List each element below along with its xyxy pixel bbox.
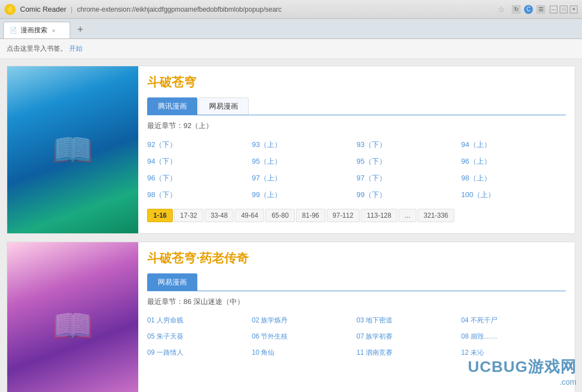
toolbar-text: 点击这里导入书签。 (7, 44, 67, 53)
comic-cover-1: 📖 (7, 66, 138, 233)
chapter-item[interactable]: 98（下） (147, 188, 252, 202)
page-btn-2[interactable]: 17-32 (174, 209, 203, 222)
tab-manga-search[interactable]: 📄 漫画搜索 × (3, 22, 70, 38)
named-chapter-item[interactable]: 09 一路情人 (147, 346, 252, 360)
minimize-button[interactable]: — (550, 6, 557, 13)
toolbar-start-link[interactable]: 开始 (69, 44, 83, 53)
new-tab-button[interactable]: + (72, 22, 88, 37)
latest-chapter-2: 最近章节：86 深山迷途（中） (147, 297, 566, 307)
named-chapter-item[interactable]: 11 泗南竞赛 (357, 346, 462, 360)
named-chapter-item[interactable]: 05 朱子天葵 (147, 330, 252, 344)
latest-chapter-1: 最近章节：92（上） (147, 121, 566, 131)
source-tab-netease[interactable]: 网易漫画 (198, 97, 249, 115)
comic-cover-2: 📖 (7, 242, 138, 392)
chapter-item[interactable]: 98（上） (461, 171, 566, 185)
chapter-item[interactable]: 95（上） (252, 154, 357, 169)
page-btn-6[interactable]: 81-96 (296, 209, 326, 222)
chapter-item[interactable]: 99（下） (357, 188, 462, 202)
chapter-grid-2: 01 人穷命贱 02 族学炼丹 03 地下密道 04 不死干尸 05 朱子天葵 … (147, 313, 566, 360)
named-chapter-item[interactable]: 03 地下密道 (357, 313, 462, 327)
tab-label: 漫画搜索 (21, 26, 47, 35)
chapter-item[interactable]: 94（上） (461, 138, 566, 152)
comic-info-1: 斗破苍穹 腾讯漫画 网易漫画 最近章节：92（上） 92（下） 93（上） 93… (138, 66, 575, 233)
page-btn-1[interactable]: 1-16 (147, 209, 173, 222)
chapter-item[interactable]: 100（上） (461, 188, 566, 202)
chapter-item[interactable]: 95（下） (357, 154, 462, 169)
chapter-item[interactable]: 93（下） (357, 138, 462, 152)
page-btn-4[interactable]: 49-64 (235, 209, 264, 222)
chapter-item[interactable]: 96（下） (147, 171, 252, 185)
page-btn-8[interactable]: 113-128 (361, 209, 397, 222)
window-controls: — □ ✕ (550, 6, 578, 13)
browser-title-text: Comic Reader (20, 5, 66, 13)
named-chapter-item[interactable]: 01 人穷命贱 (147, 313, 252, 327)
source-tabs-1: 腾讯漫画 网易漫画 (147, 97, 566, 115)
comic-card-2: 📖 斗破苍穹·药老传奇 网易漫画 最近章节：86 深山迷途（中） 01 人穷命贱… (7, 242, 575, 392)
tab-bar: 📄 漫画搜索 × + (0, 19, 582, 39)
comic-title-2[interactable]: 斗破苍穹·药老传奇 (147, 250, 566, 267)
chapter-grid-1: 92（下） 93（上） 93（下） 94（上） 94（下） 95（上） 95（下… (147, 138, 566, 202)
page-btn-7[interactable]: 97-112 (327, 209, 360, 222)
settings-icon[interactable]: C (524, 5, 533, 14)
named-chapter-item[interactable]: 06 节外生枝 (252, 330, 357, 344)
chapter-item[interactable]: 94（下） (147, 154, 252, 169)
comic-card-1: 📖 斗破苍穹 腾讯漫画 网易漫画 最近章节：92（上） 92（下） 93（上） … (7, 66, 575, 234)
named-chapter-item[interactable]: 07 族学初赛 (357, 330, 462, 344)
source-tab-netease-2[interactable]: 网易漫画 (147, 273, 197, 291)
page-btn-last[interactable]: 321-336 (418, 209, 454, 222)
chapter-item[interactable]: 97（下） (357, 171, 462, 185)
reload-button[interactable]: ↻ (512, 5, 521, 14)
close-window-button[interactable]: ✕ (570, 6, 578, 13)
page-btn-3[interactable]: 33-48 (205, 209, 234, 222)
named-chapter-item[interactable]: 02 族学炼丹 (252, 313, 357, 327)
bookmark-star-icon[interactable]: ☆ (498, 5, 505, 14)
source-tab-tencent[interactable]: 腾讯漫画 (147, 97, 197, 115)
browser-titlebar: ⭐ Comic Reader | chrome-extension://eikh… (0, 0, 582, 19)
named-chapter-item[interactable]: 04 不死干尸 (461, 313, 566, 327)
page-btn-5[interactable]: 65-80 (265, 209, 295, 222)
page-btn-ellipsis[interactable]: ... (399, 209, 416, 222)
browser-url-text: chrome-extension://eikhjaicdfggpmoamefbe… (77, 6, 493, 13)
comic-title-1[interactable]: 斗破苍穹 (147, 74, 566, 91)
url-divider: | (71, 6, 72, 13)
named-chapter-item[interactable]: 10 角仙 (252, 346, 357, 360)
maximize-button[interactable]: □ (560, 6, 568, 13)
menu-button[interactable]: ☰ (536, 5, 545, 14)
page-nav-1: 1-16 17-32 33-48 49-64 65-80 81-96 97-11… (147, 209, 566, 222)
chapter-item[interactable]: 92（下） (147, 138, 252, 152)
tab-close-button[interactable]: × (52, 27, 55, 34)
chapter-item[interactable]: 97（上） (252, 171, 357, 185)
named-chapter-item[interactable]: 12 未沁 (461, 346, 566, 360)
browser-nav-controls: ↻ C ☰ (512, 5, 545, 14)
named-chapter-item[interactable]: 08 崩毁…… (461, 330, 566, 344)
chapter-item[interactable]: 99（上） (252, 188, 357, 202)
browser-logo: ⭐ (4, 4, 16, 15)
source-tabs-2: 网易漫画 (147, 273, 566, 291)
chapter-item[interactable]: 93（上） (252, 138, 357, 152)
comic-info-2: 斗破苍穹·药老传奇 网易漫画 最近章节：86 深山迷途（中） 01 人穷命贱 0… (138, 242, 575, 392)
toolbar: 点击这里导入书签。 开始 (0, 39, 582, 59)
main-content: 📖 斗破苍穹 腾讯漫画 网易漫画 最近章节：92（上） 92（下） 93（上） … (0, 59, 582, 392)
tab-page-icon: 📄 (9, 27, 17, 34)
chapter-item[interactable]: 96（上） (461, 154, 566, 169)
